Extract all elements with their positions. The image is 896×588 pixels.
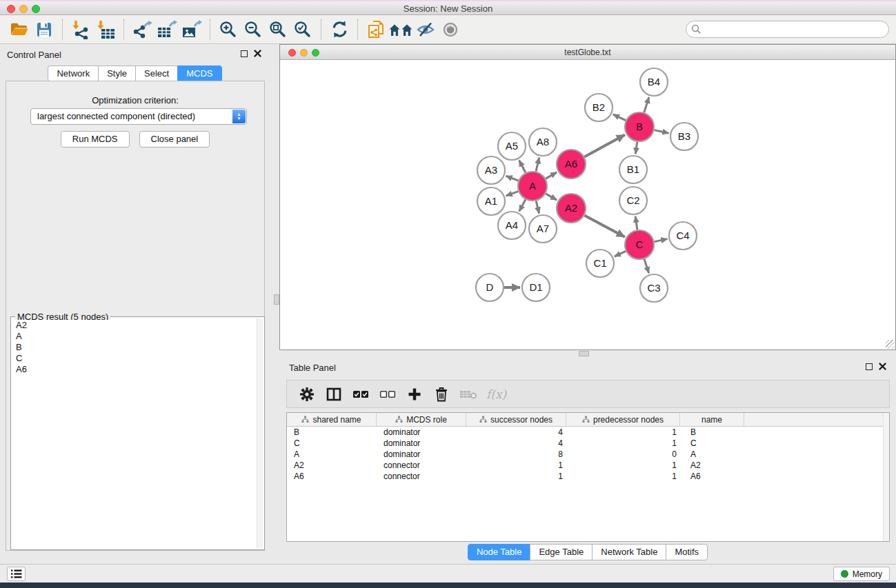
table-cell[interactable]: A6 <box>680 472 744 481</box>
node-table[interactable]: shared nameMCDS rolesuccessor nodesprede… <box>286 412 890 542</box>
deselect-all-columns-button[interactable] <box>377 384 398 405</box>
graph-edge-B-B4[interactable] <box>644 97 649 112</box>
float-panel-icon[interactable] <box>866 363 873 370</box>
table-cell[interactable]: 4 <box>466 438 566 448</box>
search-input[interactable] <box>686 21 889 38</box>
table-cell[interactable]: 4 <box>466 427 566 437</box>
column-header-successor-nodes[interactable]: successor nodes <box>466 413 566 426</box>
graph-node-C4[interactable]: C4 <box>669 222 697 250</box>
task-history-button[interactable] <box>7 567 26 581</box>
table-cell[interactable]: 1 <box>566 427 680 437</box>
tab-network[interactable]: Network <box>48 65 99 82</box>
graph-edge-A-A6[interactable] <box>546 172 557 179</box>
mcds-result-item[interactable]: A2 <box>12 320 256 331</box>
graph-node-B2[interactable]: B2 <box>585 94 613 121</box>
graph-edge-A2-C[interactable] <box>584 215 624 236</box>
table-cell[interactable]: dominator <box>377 427 466 437</box>
graph-node-B3[interactable]: B3 <box>670 123 698 150</box>
graph-edge-A6-B[interactable] <box>584 135 625 157</box>
table-cell[interactable]: B <box>680 427 744 437</box>
table-cell[interactable]: connector <box>377 460 466 470</box>
open-session-button[interactable] <box>7 18 32 41</box>
table-cell[interactable]: 1 <box>566 472 680 481</box>
home-view-button[interactable] <box>388 18 413 41</box>
tab-motifs[interactable]: Motifs <box>666 544 708 560</box>
table-cell[interactable]: C <box>287 438 377 448</box>
delete-table-button[interactable] <box>458 384 479 405</box>
table-cell[interactable]: A <box>680 449 744 459</box>
hide-details-button[interactable] <box>413 18 438 41</box>
graph-node-C[interactable]: C <box>625 230 654 259</box>
table-row[interactable]: A2connector11A2 <box>287 460 889 471</box>
graph-edge-C-C2[interactable] <box>635 216 637 230</box>
mcds-result-list[interactable]: A2ABCA6 <box>12 320 256 548</box>
tab-edge-table[interactable]: Edge Table <box>530 544 593 560</box>
graph-edge-B-B3[interactable] <box>655 130 669 134</box>
graph-node-A[interactable]: A <box>518 172 547 201</box>
table-cell[interactable]: C <box>680 438 744 448</box>
graph-node-C1[interactable]: C1 <box>586 250 614 277</box>
mcds-result-item[interactable]: C <box>12 353 256 364</box>
zoom-out-button[interactable] <box>241 18 266 41</box>
export-table-button[interactable] <box>155 18 179 41</box>
select-all-columns-button[interactable] <box>350 384 371 405</box>
refresh-view-button[interactable] <box>327 18 352 41</box>
graph-edge-C-C3[interactable] <box>644 259 649 273</box>
show-columns-button[interactable] <box>323 384 344 405</box>
table-cell[interactable]: 1 <box>566 460 680 470</box>
table-cell[interactable]: A <box>287 449 377 459</box>
show-view-button[interactable] <box>438 18 463 41</box>
zoom-fit-button[interactable] <box>266 18 290 41</box>
close-panel-button[interactable]: Close panel <box>139 131 210 148</box>
vertical-splitter-handle[interactable] <box>274 294 279 305</box>
window-resize-grip[interactable] <box>886 340 895 349</box>
graph-edge-A-A2[interactable] <box>546 194 557 200</box>
column-header-name[interactable]: name <box>680 413 744 426</box>
graph-edge-C-C4[interactable] <box>655 239 668 242</box>
export-image-button[interactable] <box>179 18 204 41</box>
create-column-button[interactable] <box>404 384 425 405</box>
graph-edge-B-B1[interactable] <box>635 142 637 154</box>
zoom-in-button[interactable] <box>216 18 241 41</box>
tab-style[interactable]: Style <box>98 65 136 82</box>
graph-node-D[interactable]: D <box>476 274 504 301</box>
horizontal-splitter-handle[interactable] <box>579 351 589 356</box>
memory-button[interactable]: Memory <box>833 567 890 581</box>
graph-edge-A-A1[interactable] <box>506 192 519 196</box>
graph-edge-A-A5[interactable] <box>519 160 526 172</box>
graph-node-A7[interactable]: A7 <box>529 215 557 243</box>
table-settings-button[interactable] <box>297 384 317 405</box>
graph-node-B4[interactable]: B4 <box>640 68 668 96</box>
table-scrollbar[interactable] <box>883 413 889 541</box>
table-cell[interactable]: 1 <box>466 472 566 481</box>
column-header-predecessor-nodes[interactable]: predecessor nodes <box>566 413 680 426</box>
zoom-selected-button[interactable] <box>290 18 315 41</box>
graph-edge-A-A3[interactable] <box>506 176 519 181</box>
table-row[interactable]: Bdominator41B <box>287 427 889 438</box>
column-header-shared-name[interactable]: shared name <box>287 413 377 426</box>
graph-edge-C-C1[interactable] <box>615 251 626 256</box>
duplicate-network-button[interactable] <box>364 18 388 41</box>
delete-column-button[interactable] <box>431 384 452 405</box>
tab-select[interactable]: Select <box>135 65 178 82</box>
graph-node-A4[interactable]: A4 <box>498 212 526 239</box>
network-graph-canvas[interactable]: AA1A2A3A4A5A6A7A8BB1B2B3B4CC1C2C3C4DD1 <box>280 60 895 349</box>
graph-node-B1[interactable]: B1 <box>619 156 647 183</box>
network-window-titlebar[interactable]: testGlobe.txt <box>280 45 895 60</box>
tab-network-table[interactable]: Network Table <box>592 544 666 560</box>
import-table-button[interactable] <box>93 18 118 41</box>
table-row[interactable]: A6connector11A6 <box>287 471 889 482</box>
import-network-button[interactable] <box>68 18 93 41</box>
tab-node-table[interactable]: Node Table <box>468 544 531 560</box>
table-cell[interactable]: dominator <box>377 438 466 448</box>
table-row[interactable]: Adominator80A <box>287 449 889 460</box>
graph-edge-A-A7[interactable] <box>536 201 539 213</box>
export-network-button[interactable] <box>130 18 155 41</box>
graph-node-C3[interactable]: C3 <box>640 274 668 302</box>
graph-edge-A-A8[interactable] <box>536 157 539 171</box>
table-cell[interactable]: 0 <box>566 449 680 459</box>
close-panel-icon[interactable] <box>254 50 261 57</box>
run-mcds-button[interactable]: Run MCDS <box>61 131 130 148</box>
table-cell[interactable]: A6 <box>287 472 377 481</box>
optimization-criterion-select[interactable]: largest connected component (directed) ▲… <box>30 108 247 125</box>
